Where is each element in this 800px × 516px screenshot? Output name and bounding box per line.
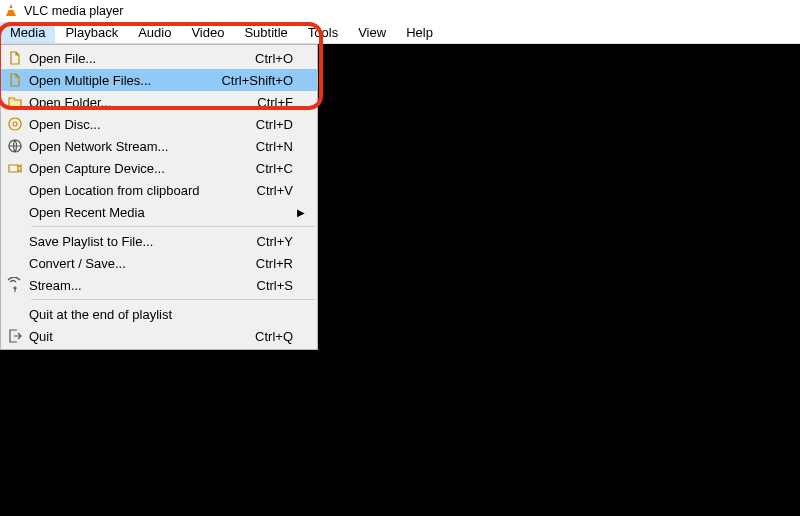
menu-subtitle[interactable]: Subtitle bbox=[234, 22, 297, 43]
quit-icon bbox=[1, 328, 29, 344]
vlc-logo-icon bbox=[4, 4, 18, 18]
menu-item-shortcut: Ctrl+N bbox=[256, 139, 311, 154]
menu-item-label: Open Recent Media bbox=[29, 205, 297, 220]
menu-tools[interactable]: Tools bbox=[298, 22, 348, 43]
menu-item-shortcut: Ctrl+C bbox=[256, 161, 311, 176]
menu-item-label: Save Playlist to File... bbox=[29, 234, 257, 249]
menu-item-label: Open Folder... bbox=[29, 95, 257, 110]
submenu-arrow-icon: ▶ bbox=[297, 207, 311, 218]
menu-playback[interactable]: Playback bbox=[55, 22, 128, 43]
title-bar: VLC media player bbox=[0, 0, 800, 22]
menu-separator bbox=[31, 299, 315, 300]
menu-item-label: Open Network Stream... bbox=[29, 139, 256, 154]
menu-item-shortcut: Ctrl+F bbox=[257, 95, 311, 110]
menu-item-open-location-from-clipboard[interactable]: Open Location from clipboardCtrl+V bbox=[1, 179, 317, 201]
folder-icon bbox=[1, 94, 29, 110]
menu-video[interactable]: Video bbox=[181, 22, 234, 43]
menu-item-quit[interactable]: QuitCtrl+Q bbox=[1, 325, 317, 347]
menu-item-label: Open Disc... bbox=[29, 117, 256, 132]
menu-item-open-disc[interactable]: Open Disc...Ctrl+D bbox=[1, 113, 317, 135]
menu-item-quit-at-the-end-of-playlist[interactable]: Quit at the end of playlist bbox=[1, 303, 317, 325]
menu-item-shortcut: Ctrl+R bbox=[256, 256, 311, 271]
menu-item-stream[interactable]: Stream...Ctrl+S bbox=[1, 274, 317, 296]
menu-bar: MediaPlaybackAudioVideoSubtitleToolsView… bbox=[0, 22, 800, 44]
menu-audio[interactable]: Audio bbox=[128, 22, 181, 43]
menu-item-label: Open File... bbox=[29, 51, 255, 66]
media-menu-dropdown: Open File...Ctrl+OOpen Multiple Files...… bbox=[0, 44, 318, 350]
menu-item-label: Stream... bbox=[29, 278, 257, 293]
menu-item-convert-save[interactable]: Convert / Save...Ctrl+R bbox=[1, 252, 317, 274]
menu-item-label: Open Location from clipboard bbox=[29, 183, 257, 198]
menu-item-shortcut: Ctrl+S bbox=[257, 278, 311, 293]
menu-item-label: Convert / Save... bbox=[29, 256, 256, 271]
menu-item-shortcut: Ctrl+V bbox=[257, 183, 311, 198]
menu-item-open-recent-media[interactable]: Open Recent Media▶ bbox=[1, 201, 317, 223]
disc-icon bbox=[1, 116, 29, 132]
menu-item-shortcut: Ctrl+Shift+O bbox=[221, 73, 311, 88]
menu-separator bbox=[31, 226, 315, 227]
menu-item-open-capture-device[interactable]: Open Capture Device...Ctrl+C bbox=[1, 157, 317, 179]
menu-media[interactable]: Media bbox=[0, 22, 55, 43]
menu-item-shortcut: Ctrl+Q bbox=[255, 329, 311, 344]
menu-item-open-folder[interactable]: Open Folder...Ctrl+F bbox=[1, 91, 317, 113]
file-icon bbox=[1, 50, 29, 66]
menu-view[interactable]: View bbox=[348, 22, 396, 43]
menu-item-shortcut: Ctrl+Y bbox=[257, 234, 311, 249]
menu-help[interactable]: Help bbox=[396, 22, 443, 43]
window-title: VLC media player bbox=[24, 4, 123, 18]
network-icon bbox=[1, 138, 29, 154]
menu-item-label: Open Multiple Files... bbox=[29, 73, 221, 88]
menu-item-label: Open Capture Device... bbox=[29, 161, 256, 176]
menu-item-open-network-stream[interactable]: Open Network Stream...Ctrl+N bbox=[1, 135, 317, 157]
file-icon bbox=[1, 72, 29, 88]
menu-item-shortcut: Ctrl+O bbox=[255, 51, 311, 66]
menu-item-shortcut: Ctrl+D bbox=[256, 117, 311, 132]
menu-item-open-multiple-files[interactable]: Open Multiple Files...Ctrl+Shift+O bbox=[1, 69, 317, 91]
menu-item-open-file[interactable]: Open File...Ctrl+O bbox=[1, 47, 317, 69]
menu-item-label: Quit bbox=[29, 329, 255, 344]
menu-item-save-playlist-to-file[interactable]: Save Playlist to File...Ctrl+Y bbox=[1, 230, 317, 252]
capture-icon bbox=[1, 160, 29, 176]
menu-item-label: Quit at the end of playlist bbox=[29, 307, 293, 322]
stream-icon bbox=[1, 277, 29, 293]
